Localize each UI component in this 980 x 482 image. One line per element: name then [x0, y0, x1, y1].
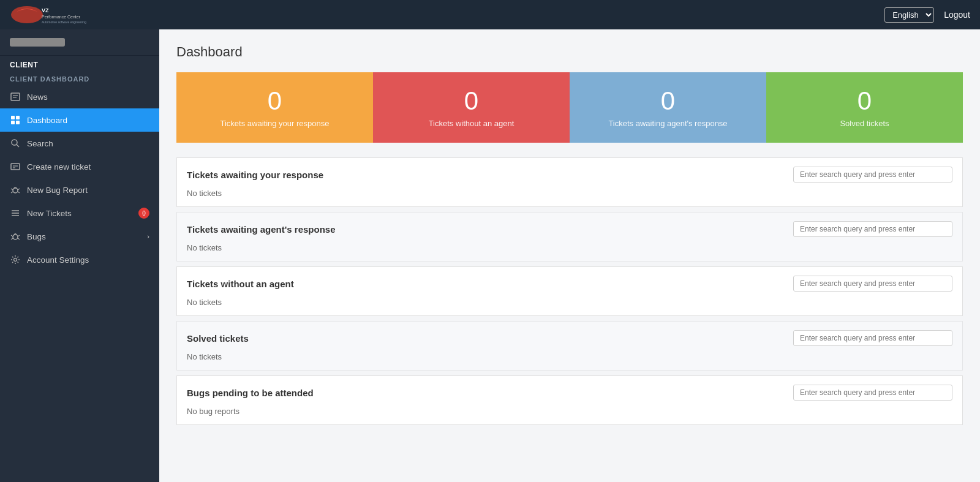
stat-count-awaiting-response: 0 [186, 87, 363, 115]
search-input-awaiting-agent-response[interactable] [793, 221, 952, 237]
content-inner: Dashboard 0 Tickets awaiting your respon… [159, 29, 980, 445]
sidebar-client-label: CLIENT [0, 56, 159, 70]
main-content: Dashboard 0 Tickets awaiting your respon… [159, 29, 980, 482]
gear-icon [10, 254, 21, 265]
section-panel-solved-tickets: Solved tickets No tickets [176, 321, 963, 371]
sections-container: Tickets awaiting your response No ticket… [176, 157, 963, 425]
svg-line-18 [18, 189, 20, 190]
section-title-without-agent: Tickets without an agent [187, 279, 294, 289]
svg-line-17 [11, 189, 13, 190]
svg-line-25 [11, 235, 13, 236]
section-body-awaiting-response: No tickets [177, 186, 962, 206]
svg-point-11 [12, 140, 17, 145]
svg-point-29 [14, 258, 17, 262]
logo-icon: VZ Performance Center Automotive softwar… [10, 4, 96, 26]
section-header-without-agent: Tickets without an agent [177, 267, 962, 295]
sidebar-item-new-bug-report[interactable]: New Bug Report [0, 178, 159, 201]
search-input-bugs-pending[interactable] [793, 385, 952, 401]
section-body-awaiting-agent-response: No tickets [177, 241, 962, 261]
sidebar-item-create-ticket-label: Create new ticket [27, 162, 91, 171]
svg-rect-4 [11, 93, 20, 100]
stat-count-without-agent: 0 [383, 87, 560, 115]
main-layout: CLIENT CLIENT DASHBOARD News Dashboard S… [0, 29, 980, 482]
bug2-icon [10, 231, 21, 242]
sidebar-item-search[interactable]: Search [0, 132, 159, 155]
stat-label-without-agent: Tickets without an agent [383, 119, 560, 128]
sidebar-item-bugs[interactable]: Bugs › [0, 225, 159, 248]
section-body-without-agent: No tickets [177, 295, 962, 315]
svg-line-27 [11, 238, 13, 239]
search-input-solved-tickets[interactable] [793, 330, 952, 346]
sidebar-item-new-tickets-label: New Tickets [27, 209, 72, 218]
stat-card-without-agent[interactable]: 0 Tickets without an agent [373, 72, 570, 143]
sidebar-item-bugs-label: Bugs [27, 232, 46, 241]
svg-text:VZ: VZ [42, 7, 49, 13]
svg-rect-9 [11, 121, 15, 124]
stat-card-solved[interactable]: 0 Solved tickets [766, 72, 963, 143]
sidebar: CLIENT CLIENT DASHBOARD News Dashboard S… [0, 29, 159, 482]
section-header-awaiting-response: Tickets awaiting your response [177, 158, 962, 186]
sidebar-item-dashboard-label: Dashboard [27, 116, 67, 125]
sidebar-item-new-bug-report-label: New Bug Report [27, 186, 88, 195]
topnav-right: English Logout [884, 7, 970, 23]
bug-icon [10, 184, 21, 195]
stat-card-awaiting-agent-response[interactable]: 0 Tickets awaiting agent's response [570, 72, 766, 143]
user-avatar-placeholder [10, 38, 65, 47]
section-header-bugs-pending: Bugs pending to be attended [177, 376, 962, 404]
stat-label-awaiting-response: Tickets awaiting your response [186, 119, 363, 128]
sidebar-item-create-ticket[interactable]: Create new ticket [0, 155, 159, 178]
stat-count-awaiting-agent-response: 0 [579, 87, 756, 115]
logout-button[interactable]: Logout [944, 10, 970, 20]
new-tickets-badge: 0 [138, 208, 149, 219]
sidebar-item-search-label: Search [27, 139, 53, 148]
stat-label-solved: Solved tickets [776, 119, 953, 128]
section-panel-bugs-pending: Bugs pending to be attended No bug repor… [176, 375, 963, 425]
sidebar-item-account-settings[interactable]: Account Settings [0, 248, 159, 271]
svg-text:Automotive software engineerin: Automotive software engineering [42, 20, 86, 24]
page-title: Dashboard [176, 44, 963, 60]
bugs-chevron-icon: › [147, 233, 149, 240]
stat-count-solved: 0 [776, 87, 953, 115]
section-panel-without-agent: Tickets without an agent No tickets [176, 266, 963, 316]
sidebar-item-news-label: News [27, 92, 48, 102]
list-icon [10, 208, 21, 219]
svg-rect-7 [11, 116, 15, 119]
section-panel-awaiting-agent-response: Tickets awaiting agent's response No tic… [176, 212, 963, 262]
search-input-awaiting-response[interactable] [793, 167, 952, 183]
topnav: VZ Performance Center Automotive softwar… [0, 0, 980, 29]
stat-cards: 0 Tickets awaiting your response 0 Ticke… [176, 72, 963, 143]
section-panel-awaiting-response: Tickets awaiting your response No ticket… [176, 157, 963, 207]
sidebar-item-dashboard[interactable]: Dashboard [0, 108, 159, 132]
dashboard-icon [10, 115, 21, 126]
svg-rect-8 [16, 116, 20, 119]
section-header-awaiting-agent-response: Tickets awaiting agent's response [177, 213, 962, 241]
language-select[interactable]: English [884, 7, 934, 23]
svg-line-26 [18, 235, 20, 236]
sidebar-item-news[interactable]: News [0, 85, 159, 108]
section-body-bugs-pending: No bug reports [177, 404, 962, 424]
section-title-bugs-pending: Bugs pending to be attended [187, 388, 314, 398]
svg-point-16 [13, 188, 18, 193]
section-title-awaiting-agent-response: Tickets awaiting agent's response [187, 224, 336, 235]
logo-area: VZ Performance Center Automotive softwar… [10, 4, 96, 26]
svg-line-28 [18, 238, 20, 239]
svg-point-24 [13, 235, 18, 239]
section-header-solved-tickets: Solved tickets [177, 322, 962, 350]
section-body-solved-tickets: No tickets [177, 350, 962, 370]
section-title-solved-tickets: Solved tickets [187, 333, 249, 344]
search-input-without-agent[interactable] [793, 276, 952, 292]
svg-text:Performance Center: Performance Center [42, 15, 81, 19]
svg-line-19 [11, 192, 13, 193]
sidebar-item-new-tickets[interactable]: New Tickets 0 [0, 201, 159, 225]
svg-rect-13 [11, 164, 20, 170]
section-title-awaiting-response: Tickets awaiting your response [187, 170, 323, 180]
search-icon [10, 138, 21, 149]
stat-card-awaiting-response[interactable]: 0 Tickets awaiting your response [176, 72, 373, 143]
stat-label-awaiting-agent-response: Tickets awaiting agent's response [579, 119, 756, 128]
svg-line-20 [18, 192, 20, 193]
sidebar-section-label: CLIENT DASHBOARD [0, 70, 159, 85]
svg-rect-10 [16, 121, 20, 124]
news-icon [10, 91, 21, 102]
ticket-icon [10, 161, 21, 172]
svg-line-12 [17, 145, 19, 147]
